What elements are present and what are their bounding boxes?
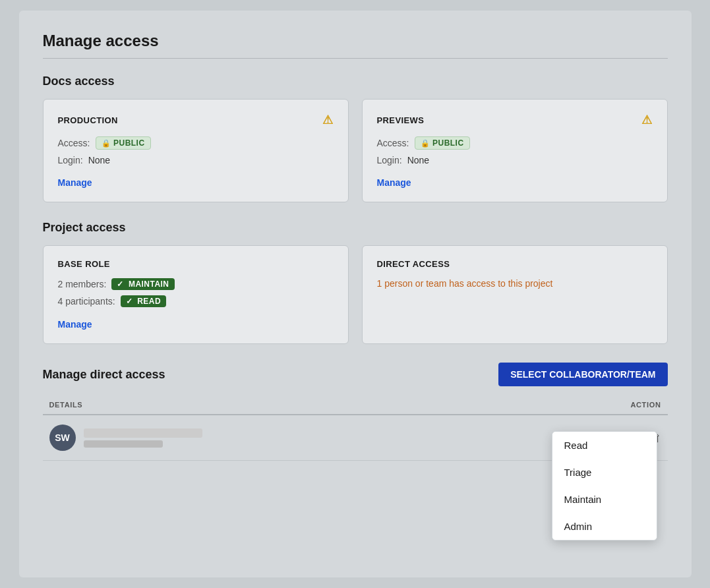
dropdown-item-read[interactable]: Read <box>552 432 657 459</box>
members-row: 2 members: ✓ MAINTAIN <box>58 278 334 290</box>
previews-access-badge: 🔒 PUBLIC <box>415 136 470 150</box>
select-collaborator-button[interactable]: SELECT COLLABORATOR/TEAM <box>498 363 667 386</box>
base-role-card: BASE ROLE 2 members: ✓ MAINTAIN 4 partic… <box>43 245 349 344</box>
row-details: SW <box>43 425 496 451</box>
docs-access-title: Docs access <box>43 74 668 88</box>
project-access-cards: BASE ROLE 2 members: ✓ MAINTAIN 4 partic… <box>43 245 668 344</box>
table-header: DETAILS ACTION <box>43 394 668 415</box>
page-title: Manage access <box>43 32 668 50</box>
col-action-header: ACTION <box>602 401 668 409</box>
production-card: PRODUCTION ⚠ Access: 🔒 PUBLIC Login: Non… <box>43 99 349 202</box>
select-collaborator-area: SELECT COLLABORATOR/TEAM <box>498 363 667 386</box>
user-email <box>84 428 202 438</box>
docs-access-cards: PRODUCTION ⚠ Access: 🔒 PUBLIC Login: Non… <box>43 99 668 202</box>
previews-card-title: PREVIEWS ⚠ <box>377 113 653 127</box>
col-role-header <box>496 401 602 409</box>
previews-card: PREVIEWS ⚠ Access: 🔒 PUBLIC Login: None … <box>362 99 668 202</box>
direct-access-text: 1 person or team has access to this proj… <box>377 278 653 289</box>
role-dropdown: Read Triage Maintain Admin <box>552 431 657 541</box>
direct-access-card: DIRECT ACCESS 1 person or team has acces… <box>362 245 668 344</box>
lock-icon: 🔒 <box>102 139 111 148</box>
participants-row: 4 participants: ✓ READ <box>58 295 334 307</box>
maintain-badge: ✓ MAINTAIN <box>111 278 174 290</box>
user-sub <box>84 440 163 448</box>
read-shield-icon: ✓ <box>126 297 133 306</box>
avatar: SW <box>49 425 76 451</box>
manage-direct-title: Manage direct access <box>43 368 165 382</box>
previews-warning-icon: ⚠ <box>641 113 652 127</box>
production-warning-icon: ⚠ <box>322 113 333 127</box>
user-info <box>84 428 496 448</box>
dropdown-item-admin[interactable]: Admin <box>552 513 657 540</box>
production-access-row: Access: 🔒 PUBLIC <box>58 136 334 150</box>
previews-access-row: Access: 🔒 PUBLIC <box>377 136 653 150</box>
project-access-title: Project access <box>43 221 668 235</box>
base-role-manage-link[interactable]: Manage <box>58 319 92 330</box>
previews-manage-link[interactable]: Manage <box>377 177 411 188</box>
dropdown-item-maintain[interactable]: Maintain <box>552 486 657 513</box>
maintain-shield-icon: ✓ <box>117 279 123 289</box>
previews-login-row: Login: None <box>377 155 653 165</box>
dropdown-item-triage[interactable]: Triage <box>552 459 657 486</box>
title-divider <box>43 58 668 59</box>
production-manage-link[interactable]: Manage <box>58 177 92 188</box>
col-details-header: DETAILS <box>43 401 496 409</box>
read-badge: ✓ READ <box>121 295 166 307</box>
production-login-row: Login: None <box>58 155 334 165</box>
manage-direct-header: Manage direct access SELECT COLLABORATOR… <box>43 363 668 386</box>
production-access-badge: 🔒 PUBLIC <box>96 136 151 150</box>
production-card-title: PRODUCTION ⚠ <box>58 113 334 127</box>
base-role-card-title: BASE ROLE <box>58 259 334 269</box>
page-container: Manage access Docs access PRODUCTION ⚠ A… <box>19 11 692 577</box>
direct-access-card-title: DIRECT ACCESS <box>377 259 653 269</box>
previews-lock-icon: 🔒 <box>421 139 430 148</box>
